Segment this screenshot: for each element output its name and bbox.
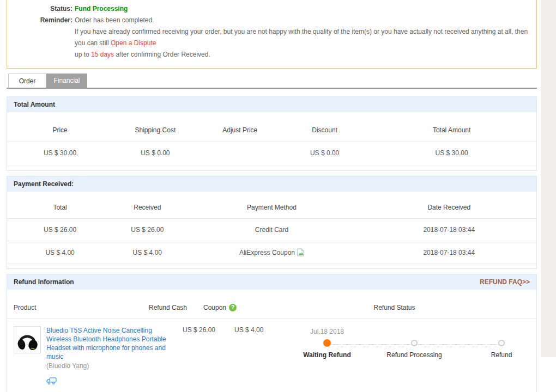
total-amount-title: Total Amount bbox=[14, 101, 55, 108]
order-status-notice: Status: Fund Processing Reminder: Order … bbox=[7, 0, 537, 69]
product-title-link[interactable]: Bluedio T5S Active Noise Cancelling Wire… bbox=[46, 326, 169, 361]
step-refund-processing: Refund Processing bbox=[371, 326, 458, 359]
payment-received: US $ 26.00 bbox=[113, 219, 182, 241]
refund-information-section: Refund Information REFUND FAQ>> Product … bbox=[7, 274, 537, 392]
total-amount-table: Price Shipping Cost Adjust Price Discoun… bbox=[7, 112, 536, 166]
broken-image-icon bbox=[297, 248, 304, 256]
adjust-price-value bbox=[198, 142, 282, 166]
col-refund-status: Refund Status bbox=[252, 304, 536, 311]
col-payment-method: Payment Method bbox=[182, 192, 361, 219]
table-row: US $ 30.00 US $ 0.00 US $ 0.00 US $ 30.0… bbox=[7, 142, 536, 166]
refund-progress: Jul.18 2018 Waiting Refund Refund Proces… bbox=[283, 326, 545, 359]
col-discount: Discount bbox=[282, 112, 367, 142]
payment-total: US $ 4.00 bbox=[7, 241, 113, 264]
order-tabs: OrderFinancial bbox=[7, 74, 537, 89]
table-row: US $ 26.00 US $ 26.00 Credit Card 2018-0… bbox=[7, 219, 536, 241]
payment-method: Credit Card bbox=[182, 219, 361, 241]
status-value: Fund Processing bbox=[75, 5, 128, 13]
tab-financial[interactable]: Financial bbox=[46, 74, 87, 88]
price-value: US $ 30.00 bbox=[7, 142, 113, 166]
reminder-label: Reminder: bbox=[7, 15, 72, 26]
col-adjust-price: Adjust Price bbox=[198, 112, 282, 142]
refund-table-header: Product Refund Cash Coupon ? Refund Stat… bbox=[7, 290, 536, 318]
shipping-truck-icon[interactable] bbox=[46, 377, 57, 387]
refund-cash-value: US $ 26.00 bbox=[169, 326, 229, 387]
help-icon[interactable]: ? bbox=[229, 304, 237, 311]
shipping-cost-value: US $ 0.00 bbox=[113, 142, 197, 166]
step-dot bbox=[498, 340, 505, 346]
payment-method: AliExpress Coupon bbox=[239, 249, 295, 256]
step-label: Refund Processing bbox=[371, 351, 458, 359]
step-refund: Refund bbox=[458, 326, 545, 359]
payment-received-section: Payment Received: Total Received Payment… bbox=[7, 176, 537, 269]
col-total-amount: Total Amount bbox=[367, 112, 536, 142]
payment-received: US $ 4.00 bbox=[113, 241, 182, 264]
payment-date: 2018-07-18 03:44 bbox=[362, 219, 536, 241]
open-dispute-link[interactable]: Open a Dispute bbox=[111, 39, 156, 47]
col-product: Product bbox=[7, 304, 138, 311]
payment-received-table: Total Received Payment Method Date Recei… bbox=[7, 192, 536, 264]
step-date: Jul.18 2018 bbox=[283, 326, 371, 337]
order-detail-page: Status: Fund Processing Reminder: Order … bbox=[7, 0, 537, 392]
store-name: (Bluedio Yang) bbox=[46, 362, 169, 370]
refund-item-row: Bluedio T5S Active Noise Cancelling Wire… bbox=[7, 318, 536, 392]
reminder-line-1: Order has been completed. bbox=[75, 15, 533, 26]
refund-coupon-value: US $ 4.00 bbox=[229, 326, 283, 387]
table-row: US $ 4.00 US $ 4.00 AliExpress Coupon bbox=[7, 241, 536, 264]
refund-faq-link[interactable]: REFUND FAQ>> bbox=[480, 278, 530, 286]
refund-information-title: Refund Information bbox=[14, 278, 74, 286]
days-highlight: 15 days bbox=[91, 51, 114, 58]
col-shipping-cost: Shipping Cost bbox=[113, 112, 197, 142]
col-date-received: Date Received bbox=[362, 192, 536, 219]
payment-total: US $ 26.00 bbox=[7, 219, 113, 241]
col-refund-cash: Refund Cash bbox=[138, 304, 198, 311]
total-amount-section: Total Amount Price Shipping Cost Adjust … bbox=[7, 96, 537, 171]
step-waiting-refund: Jul.18 2018 Waiting Refund bbox=[283, 326, 371, 359]
step-dot-active bbox=[323, 339, 331, 347]
payment-received-title: Payment Received: bbox=[14, 180, 74, 188]
col-received: Received bbox=[113, 192, 182, 219]
step-label: Refund bbox=[458, 351, 545, 359]
scrollbar-track[interactable] bbox=[541, 0, 556, 357]
col-coupon: Coupon bbox=[203, 304, 226, 311]
total-amount-value: US $ 30.00 bbox=[367, 142, 536, 166]
reminder-line-3: up to 15 days after confirming Order Rec… bbox=[75, 49, 533, 60]
status-label: Status: bbox=[7, 3, 72, 15]
col-price: Price bbox=[7, 112, 113, 142]
reminder-text: up to bbox=[75, 51, 91, 58]
product-thumbnail[interactable] bbox=[14, 326, 41, 353]
payment-date: 2018-07-18 03:44 bbox=[362, 241, 536, 264]
reminder-text: after confirming Order Received. bbox=[114, 51, 210, 58]
tab-order[interactable]: Order bbox=[8, 74, 46, 88]
reminder-line-2: If you have already confirmed receiving … bbox=[75, 26, 533, 60]
headphones-image bbox=[15, 327, 40, 352]
col-total: Total bbox=[7, 192, 113, 219]
discount-value: US $ 0.00 bbox=[282, 142, 367, 166]
step-dot bbox=[411, 340, 418, 346]
step-label: Waiting Refund bbox=[283, 351, 371, 359]
